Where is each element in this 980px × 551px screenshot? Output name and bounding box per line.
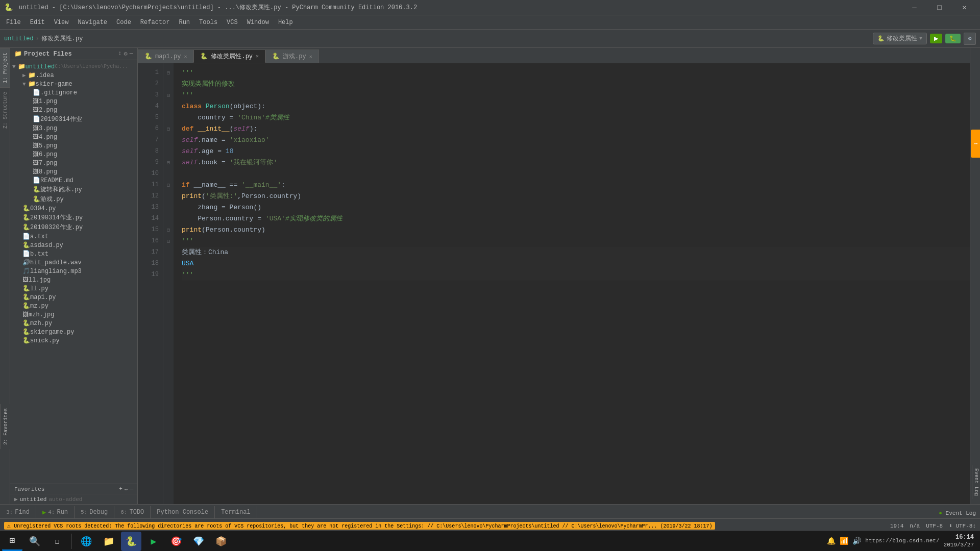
tree-item-skiergamepy[interactable]: 🐍 skiergame.py: [10, 328, 137, 336]
tree-item-6png[interactable]: 🖼 6.png: [10, 150, 137, 159]
taskbar-explorer[interactable]: 📁: [99, 532, 119, 551]
bottom-tab-todo[interactable]: 6: TODO: [114, 506, 151, 518]
tab-youxi[interactable]: 🐍 游戏.py ✕: [265, 49, 319, 63]
menu-view[interactable]: View: [50, 18, 73, 27]
tab-xiugai[interactable]: 🐍 修改类属性.py ✕: [193, 49, 265, 63]
event-log-button[interactable]: ● Event Log: [935, 508, 980, 518]
tree-item-3png[interactable]: 🖼 3.png: [10, 124, 137, 133]
minimize-button[interactable]: —: [903, 0, 926, 15]
vtab-project[interactable]: 1: Project: [0, 48, 10, 87]
close-button[interactable]: ✕: [953, 0, 976, 15]
tree-item-1png[interactable]: 🖼 1.png: [10, 97, 137, 106]
favorites-expand-icon: ▶: [14, 496, 18, 503]
bottom-tab-run[interactable]: ▶ 4: Run: [36, 506, 75, 518]
tree-item-llpy[interactable]: 🐍 ll.py: [10, 284, 137, 293]
sidebar-sync-icon[interactable]: ↕: [118, 50, 121, 58]
tree-item-7png[interactable]: 🖼 7.png: [10, 159, 137, 167]
tree-item-mzhpy[interactable]: 🐍 mzh.py: [10, 319, 137, 328]
code-editor[interactable]: 1 2 3 4 5 6 7 8 9 10 11 12 13 14 15 16 1…: [138, 63, 970, 504]
menu-window[interactable]: Window: [243, 18, 273, 27]
tab-close-icon[interactable]: ✕: [256, 53, 259, 59]
debug-button[interactable]: 🐛: [945, 34, 961, 43]
tree-item-4png[interactable]: 🖼 4.png: [10, 133, 137, 141]
favorites-add-icon[interactable]: +: [119, 486, 122, 492]
tree-item-asdasdpy[interactable]: 🐍 asdasd.py: [10, 241, 137, 249]
lf-indicator[interactable]: ⬇ UTF-8↕: [949, 522, 976, 529]
run-button[interactable]: ▶: [930, 34, 942, 43]
tab-close-icon[interactable]: ✕: [184, 54, 187, 60]
menu-code[interactable]: Code: [112, 18, 135, 27]
vtab-favorites[interactable]: 2: Favorites: [0, 404, 10, 449]
run-config-dropdown[interactable]: 🐍 修改类属性 ▼: [873, 33, 927, 44]
tree-label: 20190314作业.py: [30, 213, 83, 222]
search-button[interactable]: 🔍: [24, 532, 45, 551]
taskbar-app2[interactable]: 💎: [188, 532, 209, 551]
tree-item-gitignore[interactable]: 📄 .gitignore: [10, 88, 137, 97]
tree-item-20190320py[interactable]: 🐍 20190320作业.py: [10, 222, 137, 232]
menu-file[interactable]: File: [2, 18, 25, 27]
menu-navigate[interactable]: Navigate: [74, 18, 111, 27]
tree-item-liangliang[interactable]: 🎵 liangliang.mp3: [10, 267, 137, 276]
tree-item-rotating[interactable]: 🐍 旋转和跑木.py: [10, 185, 137, 194]
bottom-tab-debug[interactable]: 5: Debug: [75, 506, 114, 518]
tree-item-root[interactable]: ▼ 📁 untitled C:\Users\lenovo\Pycha...: [10, 62, 137, 71]
line-col-indicator[interactable]: 19:4: [890, 523, 903, 529]
tab-map1[interactable]: 🐍 map1.py ✕: [138, 49, 193, 63]
tab-close-icon[interactable]: ✕: [309, 54, 312, 60]
bottom-tab-find[interactable]: 3: Find: [0, 506, 36, 518]
code-content[interactable]: ''' 实现类属性的修改 ''' class Person(object): c…: [174, 63, 970, 504]
menu-refactor[interactable]: Refactor: [136, 18, 174, 27]
favorites-edit-icon[interactable]: ✏: [125, 486, 128, 492]
vtab-event-log[interactable]: Event Log: [972, 465, 980, 499]
tree-item-5png[interactable]: 🖼 5.png: [10, 141, 137, 150]
system-clock[interactable]: 16:14 2019/3/27: [944, 534, 974, 549]
tree-item-8png[interactable]: 🖼 8.png: [10, 167, 137, 176]
taskbar-play[interactable]: ▶: [143, 532, 164, 551]
vtab-structure[interactable]: Z: Structure: [0, 87, 10, 133]
vcs-warning[interactable]: ⚠ Unregistered VCS roots detected: The f…: [4, 522, 715, 530]
start-button[interactable]: ⊞: [2, 532, 22, 551]
sidebar-collapse-icon[interactable]: —: [130, 50, 133, 58]
tree-item-atxt[interactable]: 📄 a.txt: [10, 232, 137, 241]
taskbar-edge[interactable]: 🌐: [76, 532, 96, 551]
tree-item-btxt[interactable]: 📄 b.txt: [10, 249, 137, 258]
taskbar-pycharm[interactable]: 🐍: [121, 532, 141, 551]
tree-item-0304[interactable]: 🐍 0304.py: [10, 204, 137, 213]
bottom-tab-python-console[interactable]: Python Console: [151, 506, 215, 518]
tree-item-idea[interactable]: ▶ 📁 .idea: [10, 71, 137, 80]
encoding-indicator[interactable]: UTF-8: [926, 523, 943, 529]
tree-item-2png[interactable]: 🖼 2.png: [10, 106, 137, 114]
taskbar-app1[interactable]: 🎯: [166, 532, 186, 551]
breadcrumb-project[interactable]: untitled: [4, 35, 34, 42]
maximize-button[interactable]: □: [928, 0, 951, 15]
notification-icon[interactable]: 🔔: [827, 537, 836, 545]
settings-button[interactable]: ⚙: [964, 33, 976, 45]
tree-item-map1py[interactable]: 🐍 map1.py: [10, 293, 137, 302]
tree-item-mzpy[interactable]: 🐍 mz.py: [10, 302, 137, 310]
taskbar-app3[interactable]: 📦: [211, 532, 231, 551]
tree-item-hitpaddle[interactable]: 🔊 hit_paddle.wav: [10, 258, 137, 267]
breadcrumb-file[interactable]: 修改类属性.py: [41, 34, 83, 43]
bottom-tab-terminal[interactable]: Terminal: [215, 506, 257, 518]
tree-item-20190314py[interactable]: 🐍 20190314作业.py: [10, 213, 137, 222]
tree-item-lljpg[interactable]: 🖼 ll.jpg: [10, 276, 137, 284]
volume-icon[interactable]: 🔊: [852, 537, 861, 545]
orange-indicator[interactable]: !: [971, 130, 980, 158]
task-view-button[interactable]: ❑: [47, 532, 67, 551]
file-icon: 🐍: [22, 214, 30, 221]
tree-item-snickpy[interactable]: 🐍 snick.py: [10, 336, 137, 345]
favorites-remove-icon[interactable]: —: [130, 486, 133, 492]
menu-tools[interactable]: Tools: [195, 18, 222, 27]
tree-item-readme[interactable]: 📄 README.md: [10, 176, 137, 185]
tree-item-youxi[interactable]: 🐍 游戏.py: [10, 194, 137, 204]
menu-vcs[interactable]: VCS: [223, 18, 242, 27]
network-icon[interactable]: 📶: [840, 537, 848, 545]
menu-run[interactable]: Run: [175, 18, 194, 27]
tree-item-skier[interactable]: ▼ 📁 skier-game: [10, 80, 137, 88]
sidebar-settings-icon[interactable]: ⚙: [124, 50, 128, 58]
menu-help[interactable]: Help: [274, 18, 297, 27]
toolbar-breadcrumb: untitled › 修改类属性.py: [4, 34, 83, 43]
tree-item-20190314[interactable]: 📄 20190314作业: [10, 114, 137, 124]
menu-edit[interactable]: Edit: [26, 18, 49, 27]
tree-item-mzhjpg[interactable]: 🖼 mzh.jpg: [10, 310, 137, 319]
